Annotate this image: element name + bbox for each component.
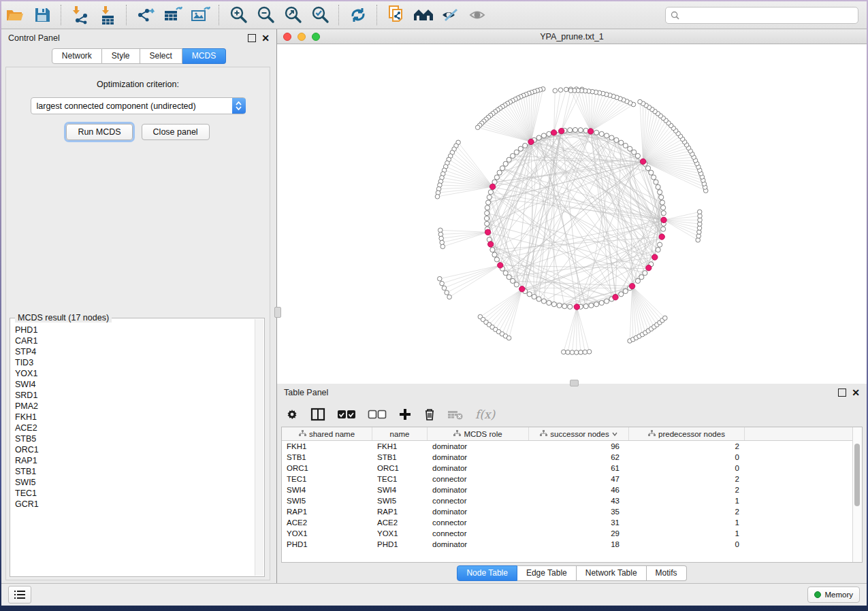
mcds-result-item[interactable]: TID3 <box>15 357 255 368</box>
zoom-out-icon[interactable] <box>254 5 277 25</box>
criterion-select[interactable]: largest connected component (undirected) <box>31 97 246 114</box>
mcds-result-item[interactable]: PHD1 <box>15 325 255 335</box>
table-row[interactable]: PHD1PHD1dominator180 <box>282 539 862 550</box>
list-icon <box>14 590 26 599</box>
tab-network-table[interactable]: Network Table <box>577 565 647 581</box>
control-panel-tabs: NetworkStyleSelectMCDS <box>1 48 276 64</box>
mcds-result-item[interactable]: ACE2 <box>15 423 255 433</box>
mcds-panel: Optimization criterion: largest connecte… <box>5 67 270 580</box>
mcds-result-group: MCDS result (17 nodes) PHD1CAR1STP4TID3Y… <box>10 318 265 577</box>
task-history-button[interactable] <box>8 586 31 604</box>
table-settings-icon[interactable] <box>285 408 299 421</box>
column-header-name[interactable]: name <box>372 427 428 440</box>
horizontal-splitter-handle[interactable] <box>570 380 579 386</box>
toolbar-separator <box>376 5 378 25</box>
mcds-result-item[interactable]: ORC1 <box>15 444 255 455</box>
add-column-icon[interactable] <box>398 408 412 421</box>
mcds-result-item[interactable]: SWI5 <box>15 477 255 488</box>
network-window-titlebar[interactable]: YPA_prune.txt_1 <box>277 29 867 44</box>
first-neighbors-icon[interactable] <box>412 5 435 25</box>
mcds-result-item[interactable]: RAP1 <box>15 455 255 466</box>
mcds-result-scrollbar[interactable] <box>255 319 263 576</box>
export-network-icon[interactable] <box>134 5 157 25</box>
toolbar-separator <box>61 5 62 25</box>
import-table-icon[interactable] <box>96 5 119 25</box>
column-header-successor-nodes[interactable]: successor nodes <box>529 427 629 440</box>
table-row[interactable]: FKH1FKH1dominator962 <box>282 441 862 452</box>
column-header-predecessor-nodes[interactable]: predecessor nodes <box>629 427 745 440</box>
float-table-panel-icon[interactable] <box>838 389 846 397</box>
column-header-shared-name[interactable]: shared name <box>282 427 372 440</box>
run-mcds-button[interactable]: Run MCDS <box>66 124 132 140</box>
table-header-row[interactable]: shared namenameMCDS rolesuccessor nodesp… <box>282 427 862 441</box>
tab-mcds[interactable]: MCDS <box>182 48 226 64</box>
tab-select[interactable]: Select <box>140 48 182 64</box>
search-icon <box>671 11 679 20</box>
tab-style[interactable]: Style <box>102 48 140 64</box>
close-panel-button[interactable]: Close panel <box>142 124 210 140</box>
mcds-result-item[interactable]: STP4 <box>15 346 255 357</box>
table-row[interactable]: ORC1ORC1dominator610 <box>282 463 862 474</box>
float-panel-icon[interactable] <box>248 34 256 42</box>
mcds-result-item[interactable]: SRD1 <box>15 390 255 401</box>
network-view[interactable] <box>277 44 867 384</box>
show-all-icon[interactable] <box>466 5 489 25</box>
table-row[interactable]: SWI4SWI4dominator462 <box>282 484 862 495</box>
tab-node-table[interactable]: Node Table <box>457 565 517 581</box>
table-row[interactable]: ACE2ACE2connector311 <box>282 517 862 528</box>
mcds-result-item[interactable]: PMA2 <box>15 401 255 412</box>
mcds-result-item[interactable]: STB5 <box>15 433 255 444</box>
memory-status-icon <box>814 591 821 598</box>
table-scrollbar-thumb[interactable] <box>854 444 860 506</box>
status-bar: Memory <box>1 583 867 606</box>
zoom-selected-icon[interactable] <box>308 5 332 25</box>
column-header-MCDS-role[interactable]: MCDS role <box>428 427 529 440</box>
delete-column-icon[interactable] <box>423 408 436 421</box>
table-row[interactable]: TEC1TEC1connector472 <box>282 474 862 484</box>
node-table[interactable]: shared namenameMCDS rolesuccessor nodesp… <box>281 427 863 563</box>
table-row[interactable]: RAP1RAP1dominator352 <box>282 506 862 517</box>
function-builder-icon: f(x) <box>475 408 495 421</box>
mcds-result-item[interactable]: STB1 <box>15 466 255 477</box>
sort-indicator-icon <box>612 432 617 436</box>
criterion-label: Optimization criterion: <box>6 80 270 89</box>
mcds-result-item[interactable]: YOX1 <box>15 368 255 379</box>
mcds-result-item[interactable]: FKH1 <box>15 412 255 423</box>
vertical-splitter-handle[interactable] <box>274 307 281 318</box>
close-table-panel-icon[interactable]: ✕ <box>852 389 860 396</box>
network-graph <box>277 44 867 384</box>
search-input[interactable] <box>682 10 858 20</box>
tab-edge-table[interactable]: Edge Table <box>517 565 577 581</box>
select-all-icon[interactable] <box>337 410 356 419</box>
attribute-type-icon <box>540 430 547 438</box>
app-window: Control Panel ✕ NetworkStyleSelectMCDS O… <box>1 1 867 606</box>
attribute-type-icon <box>299 430 306 438</box>
mcds-result-item[interactable]: CAR1 <box>15 335 255 346</box>
import-network-icon[interactable] <box>69 5 92 25</box>
mcds-result-item[interactable]: GCR1 <box>15 499 255 510</box>
tab-network[interactable]: Network <box>52 48 102 64</box>
table-panel-title: Table Panel <box>284 388 328 397</box>
zoom-in-icon[interactable] <box>227 5 250 25</box>
mcds-result-list[interactable]: PHD1CAR1STP4TID3YOX1SWI4SRD1PMA2FKH1ACE2… <box>11 319 255 576</box>
close-panel-icon[interactable]: ✕ <box>261 35 270 42</box>
memory-button[interactable]: Memory <box>807 587 860 603</box>
table-row[interactable]: YOX1YOX1connector291 <box>282 528 862 539</box>
open-folder-icon[interactable] <box>3 5 27 25</box>
mcds-result-item[interactable]: SWI4 <box>15 379 255 390</box>
table-row[interactable]: STB1STB1dominator620 <box>282 452 862 463</box>
new-network-from-selection-icon[interactable] <box>385 5 408 25</box>
hide-selected-icon[interactable] <box>439 5 462 25</box>
tab-motifs[interactable]: Motifs <box>647 565 687 581</box>
export-table-icon[interactable] <box>161 5 184 25</box>
save-icon[interactable] <box>31 5 54 25</box>
zoom-fit-icon[interactable] <box>281 5 304 25</box>
apply-layout-icon[interactable] <box>347 5 370 25</box>
deselect-all-icon[interactable] <box>368 410 387 419</box>
columns-icon[interactable] <box>310 408 325 421</box>
export-image-icon[interactable] <box>189 5 212 25</box>
mcds-result-item[interactable]: TEC1 <box>15 488 255 499</box>
search-box[interactable] <box>665 7 858 24</box>
table-row[interactable]: SWI5SWI5connector431 <box>282 495 862 506</box>
table-scrollbar[interactable] <box>852 427 862 562</box>
